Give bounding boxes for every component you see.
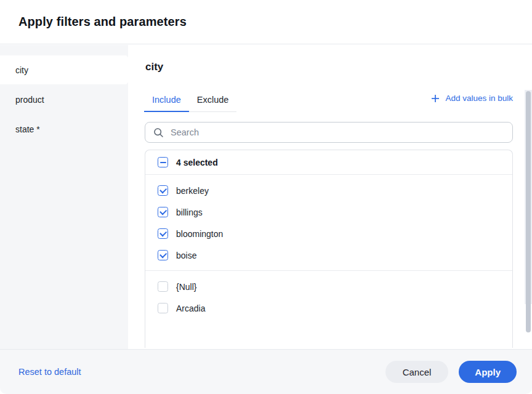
value-label: boise <box>176 251 196 260</box>
dialog-title: Apply filters and parameters <box>18 15 187 29</box>
value-checkbox[interactable] <box>158 207 168 217</box>
value-label: bloomington <box>176 229 223 239</box>
value-label: berkeley <box>176 186 209 196</box>
sidebar-item-city[interactable]: city <box>0 55 128 85</box>
cancel-button[interactable]: Cancel <box>385 361 449 383</box>
selection-summary-row: 4 selected <box>145 150 512 175</box>
apply-filters-dialog: Apply filters and parameters city produc… <box>0 0 532 394</box>
value-checkbox[interactable] <box>158 281 168 292</box>
apply-button[interactable]: Apply <box>459 361 517 383</box>
value-checkbox[interactable] <box>158 250 168 260</box>
value-row[interactable]: boise <box>145 244 512 266</box>
tab-exclude[interactable]: Exclude <box>189 90 237 111</box>
value-checkbox[interactable] <box>158 303 168 313</box>
filter-panel: city Include Exclude Add values in bulk … <box>128 45 532 349</box>
add-values-in-bulk-label: Add values in bulk <box>445 94 513 103</box>
value-checkbox[interactable] <box>158 185 168 196</box>
value-group: berkeley billings bloomington boise <box>145 175 512 270</box>
dialog-footer: Reset to default Cancel Apply <box>0 349 532 394</box>
value-row[interactable]: Arcadia <box>145 297 512 319</box>
value-label: {Null} <box>176 282 196 292</box>
value-group: {Null} Arcadia <box>145 270 512 323</box>
plus-icon <box>431 94 440 103</box>
sidebar-item-state[interactable]: state * <box>0 115 128 144</box>
dialog-header: Apply filters and parameters <box>0 0 532 44</box>
scrollbar-thumb[interactable] <box>526 91 531 332</box>
sidebar-item-label: product <box>15 95 44 105</box>
sidebar-item-label: city <box>15 65 28 75</box>
value-label: billings <box>176 207 203 217</box>
search-box <box>145 122 513 143</box>
include-exclude-tabs: Include Exclude <box>144 90 236 112</box>
value-checkbox[interactable] <box>158 228 168 239</box>
search-icon <box>153 127 164 138</box>
selection-summary-label: 4 selected <box>176 158 218 167</box>
sidebar-item-product[interactable]: product <box>0 85 128 115</box>
add-values-in-bulk-button[interactable]: Add values in bulk <box>431 94 513 103</box>
search-input[interactable] <box>171 123 512 142</box>
select-all-checkbox[interactable] <box>158 157 168 167</box>
values-list: 4 selected berkeley billings bloomington… <box>145 150 513 348</box>
filters-sidebar: city product state * <box>0 45 128 349</box>
reset-to-default-button[interactable]: Reset to default <box>18 367 81 377</box>
scrollbar-track[interactable] <box>525 90 532 304</box>
value-label: Arcadia <box>176 304 205 313</box>
tab-include[interactable]: Include <box>144 90 189 112</box>
value-row[interactable]: berkeley <box>145 180 512 201</box>
value-row[interactable]: {Null} <box>145 276 512 297</box>
sidebar-item-label: state * <box>15 124 40 134</box>
filter-name-title: city <box>145 61 163 73</box>
value-row[interactable]: billings <box>145 201 512 223</box>
value-row[interactable]: bloomington <box>145 223 512 244</box>
